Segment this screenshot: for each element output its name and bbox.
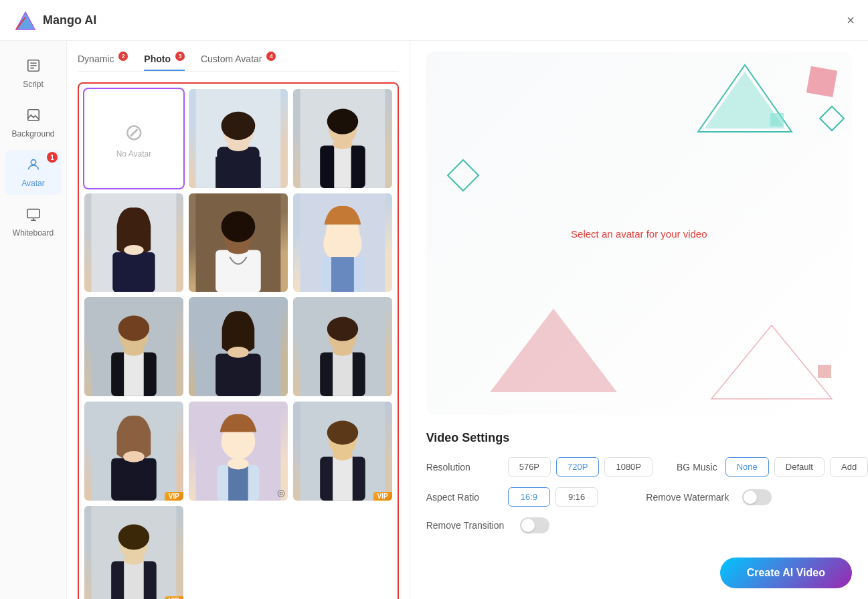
- avatar-card-2[interactable]: [293, 89, 392, 188]
- svg-marker-79: [448, 160, 479, 191]
- shape-pink-square: [805, 65, 839, 101]
- right-panel: Select an avatar for your video Video Se…: [410, 41, 868, 599]
- avatar-svg-3: [84, 193, 183, 292]
- no-avatar-card[interactable]: ⊘ No Avatar: [84, 89, 183, 188]
- whiteboard-icon: [26, 207, 41, 226]
- avatar-card-10[interactable]: ◎: [189, 402, 288, 501]
- vs-transition-row: Remove Transition: [426, 517, 852, 533]
- music-none[interactable]: None: [725, 457, 769, 477]
- tab-photo[interactable]: Photo 3: [144, 52, 185, 71]
- avatar-card-1[interactable]: [189, 89, 288, 188]
- sidebar-avatar-label: Avatar: [21, 179, 44, 188]
- vip-badge-11: VIP: [373, 492, 392, 501]
- aspect-9-16[interactable]: 9:16: [555, 487, 598, 507]
- sidebar-item-whiteboard[interactable]: Whiteboard: [5, 200, 62, 244]
- svg-rect-72: [124, 562, 144, 599]
- svg-marker-81: [711, 325, 832, 399]
- avatar-grid: ⊘ No Avatar: [84, 89, 392, 599]
- music-default[interactable]: Default: [774, 457, 824, 477]
- svg-point-42: [124, 346, 144, 356]
- sidebar-item-background[interactable]: Background: [5, 101, 62, 145]
- create-btn-container: Create AI Video: [426, 558, 852, 588]
- sidebar-script-label: Script: [23, 80, 44, 89]
- svg-point-32: [228, 242, 249, 254]
- remove-watermark-label: Remove Watermark: [646, 492, 729, 503]
- svg-rect-78: [770, 113, 784, 126]
- avatar-svg-10: [189, 402, 288, 501]
- vs-aspect-label: Aspect Ratio: [426, 492, 500, 503]
- vip-badge-9: VIP: [165, 492, 183, 501]
- avatar-badge: 1: [47, 152, 58, 163]
- aspect-16-9[interactable]: 16:9: [508, 487, 550, 507]
- preview-area: Select an avatar for your video: [426, 52, 852, 415]
- avatar-svg-11: [293, 402, 392, 501]
- tab-dynamic-badge: 2: [118, 52, 128, 61]
- remove-transition-toggle[interactable]: [520, 517, 549, 533]
- svg-point-49: [327, 317, 357, 341]
- sidebar-item-avatar[interactable]: 1 Avatar: [5, 151, 62, 195]
- sidebar-item-script[interactable]: Script: [5, 52, 62, 96]
- avatar-card-4[interactable]: [189, 193, 288, 292]
- tab-dynamic[interactable]: Dynamic 2: [78, 52, 128, 71]
- shape-mint-square: [769, 112, 785, 131]
- sidebar-background-label: Background: [11, 129, 54, 139]
- main-layout: Script Background 1 Avatar Whiteboard: [0, 41, 868, 599]
- svg-point-64: [327, 421, 357, 445]
- avatar-card-3[interactable]: [84, 193, 183, 292]
- svg-marker-80: [490, 309, 617, 392]
- select-prompt: Select an avatar for your video: [571, 228, 707, 239]
- locate-icon-10: ◎: [277, 487, 285, 498]
- avatar-card-11[interactable]: VIP: [293, 402, 392, 501]
- avatar-card-8[interactable]: [293, 297, 392, 396]
- bg-music-options: None Default Add: [725, 457, 868, 477]
- svg-marker-74: [698, 65, 792, 132]
- res-1080p[interactable]: 1080P: [604, 457, 653, 477]
- avatar-card-7[interactable]: [189, 297, 288, 396]
- avatar-icon: [26, 157, 41, 176]
- logo: Mango AI: [13, 8, 96, 32]
- close-button[interactable]: ×: [847, 13, 855, 27]
- avatar-card-12[interactable]: VIP: [84, 506, 183, 599]
- svg-rect-31: [215, 250, 261, 292]
- remove-watermark-toggle[interactable]: [742, 489, 772, 505]
- avatar-card-5[interactable]: [293, 193, 392, 292]
- tab-custom-avatar[interactable]: Custom Avatar 4: [201, 52, 276, 71]
- res-720p[interactable]: 720P: [556, 457, 599, 477]
- logo-icon: [13, 8, 37, 32]
- script-icon: [26, 58, 41, 77]
- svg-rect-26: [112, 252, 155, 292]
- background-icon: [26, 108, 41, 126]
- vs-bg-music-label: BG Music: [677, 462, 717, 473]
- svg-rect-82: [818, 365, 831, 378]
- avatar-svg-9: [84, 402, 183, 501]
- video-settings-title: Video Settings: [426, 431, 852, 445]
- avatar-svg-1: [189, 89, 288, 188]
- svg-point-61: [228, 458, 249, 470]
- shape-teal-diamond-left: [446, 159, 480, 195]
- shape-teal-diamond: [818, 105, 845, 135]
- avatar-card-9[interactable]: VIP: [84, 402, 183, 501]
- svg-point-23: [333, 139, 353, 149]
- svg-point-20: [327, 108, 357, 134]
- svg-rect-76: [806, 66, 837, 97]
- svg-marker-77: [820, 106, 844, 131]
- svg-point-67: [333, 450, 353, 460]
- avatar-svg-12: [84, 506, 183, 599]
- music-add[interactable]: Add: [830, 457, 868, 477]
- video-settings: Video Settings Resolution 576P 720P 1080…: [426, 431, 852, 544]
- avatar-card-6[interactable]: [84, 297, 183, 396]
- create-ai-video-button[interactable]: Create AI Video: [720, 558, 852, 588]
- svg-point-70: [118, 525, 149, 550]
- svg-point-27: [124, 245, 144, 255]
- res-576p[interactable]: 576P: [508, 457, 551, 477]
- content-area: Dynamic 2 Photo 3 Custom Avatar 4: [67, 41, 868, 599]
- svg-rect-41: [124, 353, 144, 396]
- svg-rect-9: [27, 209, 39, 218]
- avatar-svg-4: [189, 193, 288, 292]
- shape-salmon-square: [817, 364, 832, 381]
- tab-photo-badge: 3: [175, 52, 185, 61]
- vs-resolution-label: Resolution: [426, 462, 500, 473]
- sidebar: Script Background 1 Avatar Whiteboard: [0, 41, 67, 599]
- avatar-grid-container: ⊘ No Avatar: [78, 82, 399, 599]
- svg-point-39: [118, 316, 149, 341]
